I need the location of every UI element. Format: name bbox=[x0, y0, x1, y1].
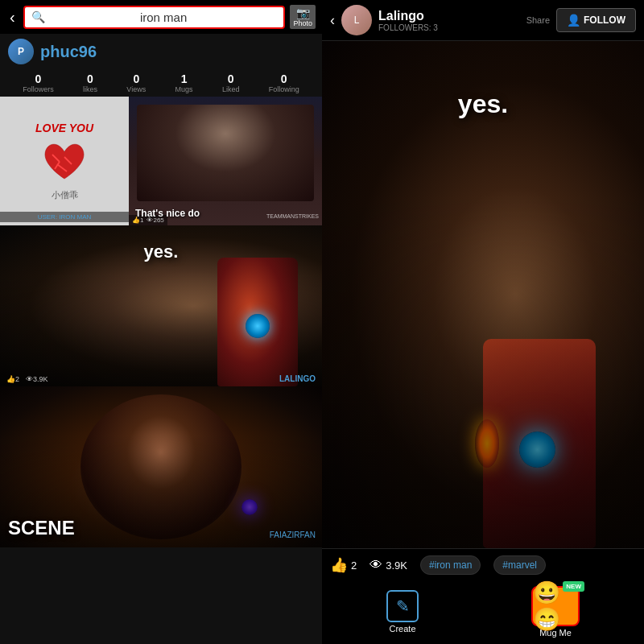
create-button[interactable]: ✎ Create bbox=[386, 590, 419, 634]
arc-reactor-left bbox=[246, 314, 270, 338]
right-back-button[interactable]: ‹ bbox=[330, 12, 335, 29]
follow-button[interactable]: 👤 FOLLOW bbox=[556, 8, 636, 32]
new-badge: NEW bbox=[563, 581, 584, 592]
stat-views-label: Views bbox=[126, 85, 146, 93]
bottom-nav: ✎ Create 😀😁 NEW Mug Me bbox=[330, 581, 636, 638]
action-row: 👍 2 👁 3.9K #iron man #marvel bbox=[330, 555, 636, 575]
ironman-figure-left bbox=[217, 258, 298, 386]
face-image bbox=[137, 105, 314, 201]
like-count: 2 bbox=[351, 559, 357, 572]
mug-me-box: 😀😁 NEW bbox=[531, 586, 580, 626]
back-button[interactable]: ‹ bbox=[6, 8, 19, 27]
grid-row-1: LOVE YOU 小僧乖 USER: IRON MAN � bbox=[0, 97, 322, 225]
right-main-image: yes. bbox=[322, 41, 644, 548]
photo-label-text: Photo bbox=[293, 19, 312, 27]
right-bottom-bar: 👍 2 👁 3.9K #iron man #marvel ✎ Create 😀😁… bbox=[322, 548, 644, 644]
search-query: iron man bbox=[50, 10, 278, 24]
stat-liked-label: Liked bbox=[222, 85, 240, 93]
camera-icon: 📷 bbox=[296, 6, 310, 19]
view-count: 👁 3.9K bbox=[369, 558, 407, 572]
scene-label: SCENE bbox=[8, 517, 75, 539]
love-you-card[interactable]: LOVE YOU 小僧乖 USER: IRON MAN bbox=[0, 97, 129, 225]
views-value: 3.9K bbox=[386, 559, 407, 572]
left-panel: ‹ 🔍 iron man 📷 Photo P phuc96 0 Follower… bbox=[0, 0, 322, 644]
stats-row: 0 Followers 0 likes 0 Views 1 Mugs 0 Lik… bbox=[0, 69, 322, 97]
stat-views-value: 0 bbox=[133, 72, 139, 85]
stat-following-value: 0 bbox=[281, 72, 287, 85]
right-avatar: L bbox=[341, 5, 372, 35]
right-username: Lalingo bbox=[378, 9, 520, 23]
stat-likes-value: 0 bbox=[87, 72, 93, 85]
like-button[interactable]: 👍 2 bbox=[330, 556, 357, 574]
stat-followers-value: 0 bbox=[35, 72, 42, 85]
stat-likes: 0 likes bbox=[83, 72, 97, 93]
avatar: P bbox=[8, 39, 34, 64]
heart-icon bbox=[40, 138, 89, 186]
chinese-text: 小僧乖 bbox=[52, 189, 78, 201]
nicedo-background: 👍1 👁265 That's nice do TEAMMANSTRIKES bbox=[129, 97, 322, 225]
stat-liked: 0 Liked bbox=[222, 72, 240, 93]
nicedo-caption: That's nice do bbox=[135, 208, 200, 219]
eye-icon: 👁 bbox=[369, 558, 382, 572]
yes-views: 👁3.9K bbox=[26, 375, 48, 383]
user-iron-man-label: USER: IRON MAN bbox=[0, 212, 129, 222]
right-panel: ‹ L Lalingo FOLLOWERS: 3 Share 👤 FOLLOW … bbox=[322, 0, 644, 644]
create-icon: ✎ bbox=[386, 590, 419, 622]
right-user-info: Lalingo FOLLOWERS: 3 bbox=[378, 9, 520, 32]
search-box[interactable]: 🔍 iron man bbox=[23, 6, 286, 29]
stat-liked-value: 0 bbox=[228, 72, 234, 85]
stat-likes-label: likes bbox=[83, 85, 97, 93]
stat-followers: 0 Followers bbox=[23, 72, 54, 93]
search-bar-row: ‹ 🔍 iron man 📷 Photo bbox=[0, 0, 322, 34]
profile-row: P phuc96 bbox=[0, 34, 322, 69]
teammanstrikes-creator: TEAMMANSTRIKES bbox=[266, 213, 319, 219]
share-label: Share bbox=[526, 15, 550, 25]
yes-stats: 👍2 👁3.9K bbox=[6, 375, 48, 383]
create-label: Create bbox=[389, 624, 415, 634]
like-icon: 👍 bbox=[330, 556, 348, 574]
stat-mugs: 1 Mugs bbox=[175, 72, 193, 93]
yes-text: yes. bbox=[0, 242, 322, 262]
stat-mugs-label: Mugs bbox=[175, 85, 193, 93]
lalingo-creator: LALINGO bbox=[279, 374, 316, 383]
search-icon: 🔍 bbox=[31, 10, 45, 23]
right-followers: FOLLOWERS: 3 bbox=[378, 23, 520, 32]
photo-button[interactable]: 📷 Photo bbox=[290, 5, 316, 29]
mug-me-button[interactable]: 😀😁 NEW Mug Me bbox=[531, 586, 580, 638]
hashtag-ironman[interactable]: #iron man bbox=[420, 555, 481, 575]
stat-following: 0 Following bbox=[269, 72, 299, 93]
follow-icon: 👤 bbox=[567, 14, 580, 27]
content-grid: LOVE YOU 小僧乖 USER: IRON MAN � bbox=[0, 97, 322, 644]
right-header: ‹ L Lalingo FOLLOWERS: 3 Share 👤 FOLLOW bbox=[322, 0, 644, 41]
scene-card[interactable]: SCENE FAIAZIRFAN bbox=[0, 386, 322, 547]
stat-mugs-value: 1 bbox=[181, 72, 188, 85]
right-yes-text: yes. bbox=[322, 89, 644, 119]
stat-following-label: Following bbox=[269, 85, 299, 93]
yes-card[interactable]: yes. 👍2 👁3.9K LALINGO bbox=[0, 225, 322, 386]
follow-btn-label: FOLLOW bbox=[584, 14, 625, 26]
right-overlay bbox=[322, 193, 644, 548]
love-you-text: LOVE YOU bbox=[35, 122, 93, 134]
stat-followers-label: Followers bbox=[23, 85, 54, 93]
hashtag-marvel[interactable]: #marvel bbox=[493, 555, 546, 575]
faiazirfan-creator: FAIAZIRFAN bbox=[270, 530, 316, 539]
avatar-initial: P bbox=[18, 46, 24, 57]
username[interactable]: phuc96 bbox=[40, 43, 97, 61]
stat-views: 0 Views bbox=[126, 72, 146, 93]
thats-nice-card[interactable]: 👍1 👁265 That's nice do TEAMMANSTRIKES bbox=[129, 97, 322, 225]
yes-likes: 👍2 bbox=[6, 375, 19, 383]
